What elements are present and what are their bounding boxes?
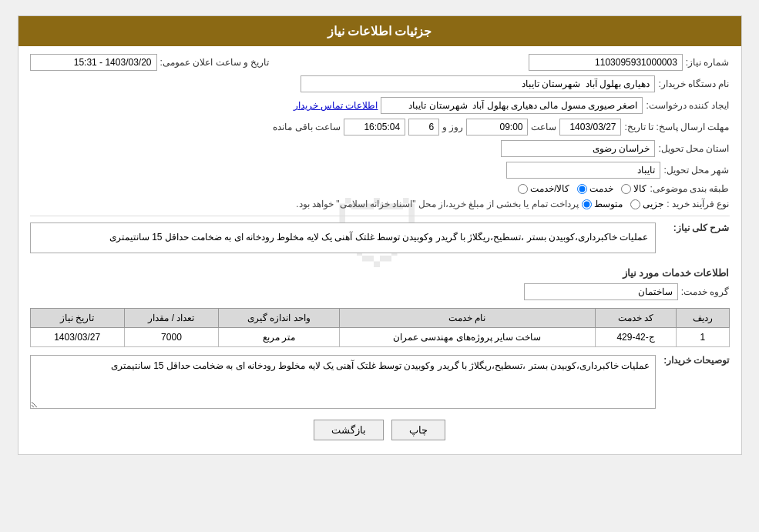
shomare-input[interactable]: [529, 54, 683, 71]
radio-kala-label: کالا: [633, 183, 646, 194]
namdastgah-label: نام دستگاه خریدار:: [658, 79, 729, 89]
sharh-label: شرح کلی نیاز:: [660, 223, 730, 233]
page-title: جزئیات اطلاعات نیاز: [327, 25, 432, 38]
td-radif: 1: [677, 327, 729, 346]
td-kod: ج-42-429: [595, 327, 676, 346]
noe-radio-group: جزیی متوسط: [582, 199, 663, 209]
shomare-label: شماره نیاز:: [686, 57, 730, 68]
tarikh-input[interactable]: [30, 54, 157, 71]
baqi-label: ساعت باقی مانده: [273, 122, 341, 132]
roz-input[interactable]: [408, 119, 439, 136]
td-vahed: متر مربع: [219, 327, 340, 346]
row-mohlat: مهلت ارسال پاسخ: تا تاریخ: ساعت روز و سا…: [30, 119, 730, 136]
content-area: شماره نیاز: تاریخ و ساعت اعلان عمومی: نا…: [18, 46, 741, 454]
radio-kala: کالا: [621, 183, 646, 194]
radio-jozi-label: جزیی: [643, 199, 663, 209]
row-noe-farayand: نوع فرآیند خرید : جزیی متوسط پرداخت تمام…: [30, 199, 730, 209]
table-row: 1ج-42-429ساخت سایر پروژه‌های مهندسی عمرا…: [30, 327, 729, 346]
ijad-label: ایجاد کننده درخواست:: [646, 100, 729, 111]
radio-motavaset-label: متوسط: [594, 199, 623, 209]
noe-label: نوع فرآیند خرید :: [667, 199, 729, 209]
td-tarikh: 1403/03/27: [30, 327, 124, 346]
radio-kala-khedmat: کالا/خدمت: [518, 183, 569, 194]
radio-khedmat: خدمت: [577, 183, 613, 194]
radio-kala-input[interactable]: [621, 184, 631, 194]
radio-motavaset-input[interactable]: [582, 199, 592, 209]
roz-label: روز و: [442, 122, 463, 132]
tabaqe-radio-group: کالا خدمت کالا/خدمت: [518, 183, 646, 194]
radio-kala-khedmat-input[interactable]: [518, 184, 528, 194]
th-vahed: واحد اندازه گیری: [219, 308, 340, 327]
table-header-row: ردیف کد خدمت نام خدمت واحد اندازه گیری ت…: [30, 308, 729, 327]
row-shahr: شهر محل تحویل:: [30, 162, 730, 179]
back-button[interactable]: بازگشت: [314, 420, 384, 440]
row-tabaqe: طبقه بندی موضوعی: کالا خدمت کالا/خدمت: [30, 183, 730, 194]
table-body: 1ج-42-429ساخت سایر پروژه‌های مهندسی عمرا…: [30, 327, 729, 346]
tabaqe-label: طبقه بندی موضوعی:: [650, 183, 729, 194]
tosaif-label: توصیحات خریدار:: [660, 355, 730, 366]
row-tosaif: توصیحات خریدار:: [30, 355, 730, 409]
radio-motavaset: متوسط: [582, 199, 623, 209]
radio-kala-khedmat-label: کالا/خدمت: [530, 183, 569, 194]
ostan-input[interactable]: [501, 140, 655, 157]
sharh-box: عملیات خاکبرداری،کوبیدن بستر ،تسطیح،ریگل…: [30, 223, 656, 253]
grohe-label: گروه خدمت:: [681, 286, 730, 297]
main-container: 🛡 جزئیات اطلاعات نیاز شماره نیاز: تاریخ …: [18, 15, 742, 455]
radio-jozi: جزیی: [630, 199, 663, 209]
td-naam: ساخت سایر پروژه‌های مهندسی عمران: [339, 327, 595, 346]
th-kod: کد خدمت: [595, 308, 676, 327]
print-button[interactable]: چاپ: [391, 420, 445, 440]
row-shomare-tarikh: شماره نیاز: تاریخ و ساعت اعلان عمومی:: [30, 54, 730, 71]
td-tedad: 7000: [124, 327, 218, 346]
th-tarikh: تاریخ نیاز: [30, 308, 124, 327]
row-namdastgah: نام دستگاه خریدار:: [30, 75, 730, 92]
noe-notice: پرداخت تمام یا بخشی از مبلغ خرید،از محل …: [296, 199, 579, 209]
divider-1: [30, 216, 730, 216]
grohe-input[interactable]: [524, 283, 678, 300]
tosaif-textarea[interactable]: [30, 355, 656, 409]
ijad-input[interactable]: [381, 97, 643, 114]
th-radif: ردیف: [677, 308, 729, 327]
th-naam: نام خدمت: [339, 308, 595, 327]
namdastgah-input[interactable]: [301, 75, 655, 92]
ostan-label: استان محل تحویل:: [658, 143, 729, 154]
baqi-input[interactable]: [344, 119, 405, 136]
saat-input[interactable]: [466, 119, 528, 136]
radio-jozi-input[interactable]: [630, 199, 640, 209]
button-bar: چاپ بازگشت: [30, 420, 730, 440]
shahr-label: شهر محل تحویل:: [663, 165, 729, 176]
page-header: جزئیات اطلاعات نیاز: [18, 16, 741, 46]
row-ostan: استان محل تحویل:: [30, 140, 730, 157]
mohlat-label: مهلت ارسال پاسخ: تا تاریخ:: [624, 122, 729, 132]
radio-khedmat-input[interactable]: [577, 184, 587, 194]
th-tedad: تعداد / مقدار: [124, 308, 218, 327]
radio-khedmat-label: خدمت: [589, 183, 613, 194]
services-table: ردیف کد خدمت نام خدمت واحد اندازه گیری ت…: [30, 308, 730, 347]
saat-label: ساعت: [531, 122, 556, 132]
row-grohe: گروه خدمت:: [30, 283, 730, 300]
services-table-section: ردیف کد خدمت نام خدمت واحد اندازه گیری ت…: [30, 308, 730, 347]
etelaat-link[interactable]: اطلاعات تماس خریدار: [294, 100, 378, 111]
row-sharh: شرح کلی نیاز: عملیات خاکبرداری،کوبیدن بس…: [30, 223, 730, 259]
mohlat-date-input[interactable]: [559, 119, 621, 136]
row-ijadkonande: ایجاد کننده درخواست: اطلاعات تماس خریدار: [30, 97, 730, 114]
shahr-input[interactable]: [506, 162, 660, 179]
khadamat-title: اطلاعات خدمات مورد نیاز: [30, 267, 730, 279]
tarikh-label: تاریخ و ساعت اعلان عمومی:: [160, 57, 270, 68]
